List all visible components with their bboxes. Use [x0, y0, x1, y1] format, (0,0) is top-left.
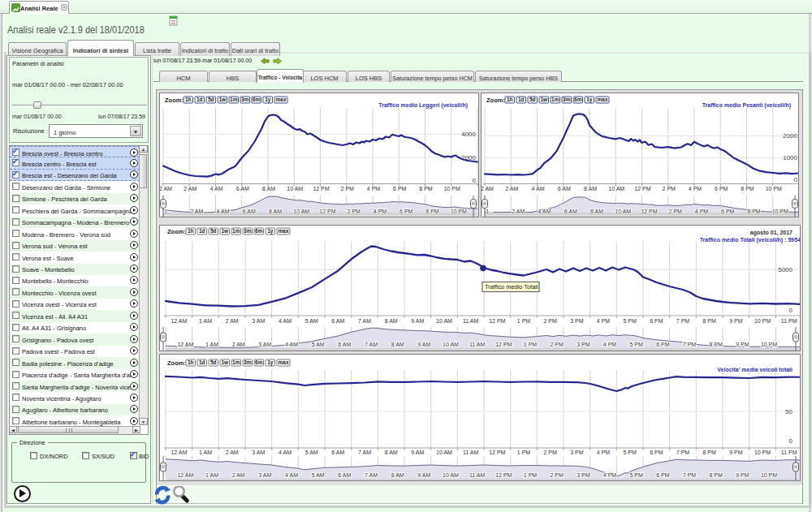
svg-text:2 AM: 2 AM [232, 342, 245, 347]
svg-text:6 PM: 6 PM [656, 472, 670, 478]
svg-text:8 AM: 8 AM [391, 342, 404, 347]
svg-text:8 AM: 8 AM [584, 186, 597, 191]
svg-text:12 PM: 12 PM [319, 209, 335, 214]
svg-text:12 AM: 12 AM [177, 472, 193, 478]
svg-text:8 AM: 8 AM [385, 450, 398, 455]
svg-text:6 AM: 6 AM [564, 209, 577, 214]
svg-text:5 PM: 5 PM [623, 318, 637, 324]
svg-text:1w: 1w [540, 97, 548, 102]
svg-text:12 AM: 12 AM [482, 186, 494, 191]
svg-text:6 PM: 6 PM [650, 450, 663, 455]
svg-text:10 PM: 10 PM [754, 318, 771, 324]
svg-text:2 AM: 2 AM [226, 318, 239, 324]
svg-text:1y: 1y [267, 359, 274, 366]
svg-text:2 AM: 2 AM [512, 209, 525, 214]
svg-text:3 PM: 3 PM [570, 318, 584, 324]
svg-text:11 AM: 11 AM [469, 472, 485, 478]
svg-text:9 AM: 9 AM [411, 450, 424, 455]
svg-text:1000: 1000 [783, 154, 797, 161]
svg-text:Zoom:: Zoom: [167, 228, 186, 235]
svg-text:10 PM: 10 PM [754, 450, 771, 455]
svg-text:7 AM: 7 AM [365, 472, 378, 478]
svg-text:1d: 1d [197, 97, 203, 102]
svg-text:5 AM: 5 AM [305, 318, 318, 324]
svg-text:10 AM: 10 AM [443, 342, 459, 347]
svg-text:10 PM: 10 PM [444, 186, 460, 191]
svg-text:8 PM: 8 PM [709, 342, 723, 347]
svg-text:8 AM: 8 AM [590, 209, 603, 214]
svg-text:1d: 1d [518, 97, 525, 102]
svg-text:5 PM: 5 PM [629, 342, 643, 347]
svg-text:4 AM: 4 AM [210, 186, 223, 191]
svg-text:max: max [275, 97, 286, 102]
svg-text:3 PM: 3 PM [570, 450, 584, 455]
svg-text:4 AM: 4 AM [532, 186, 545, 191]
svg-text:4 AM: 4 AM [279, 450, 292, 455]
svg-text:10 AM: 10 AM [443, 472, 459, 478]
svg-text:2 PM: 2 PM [550, 472, 564, 478]
svg-text:6m: 6m [574, 97, 582, 102]
svg-text:1 AM: 1 AM [205, 342, 218, 347]
svg-text:9 AM: 9 AM [417, 472, 430, 478]
svg-text:10 AM: 10 AM [287, 186, 303, 191]
svg-text:Traffico medio Totali (veicoli: Traffico medio Totali (veicoli/h) : 5954 [700, 237, 801, 243]
svg-text:4 PM: 4 PM [603, 472, 617, 478]
svg-text:9 PM: 9 PM [736, 342, 749, 347]
svg-text:6m: 6m [255, 359, 263, 365]
svg-text:6m: 6m [253, 97, 261, 102]
svg-text:3 PM: 3 PM [577, 472, 590, 478]
svg-text:9 PM: 9 PM [736, 472, 749, 478]
svg-text:7 PM: 7 PM [683, 342, 697, 347]
svg-text:6 PM: 6 PM [715, 186, 728, 191]
svg-text:8 PM: 8 PM [709, 472, 723, 478]
svg-text:6 PM: 6 PM [400, 209, 413, 214]
svg-text:3 AM: 3 AM [252, 318, 265, 324]
svg-text:2 PM: 2 PM [543, 450, 557, 455]
svg-text:1 PM: 1 PM [524, 472, 538, 478]
svg-text:1...: 1... [486, 209, 494, 214]
svg-text:10 AM: 10 AM [436, 318, 452, 324]
svg-text:7 PM: 7 PM [676, 318, 690, 324]
svg-text:0: 0 [789, 437, 793, 445]
svg-text:2 AM: 2 AM [226, 450, 239, 455]
svg-text:11 AM: 11 AM [463, 450, 478, 455]
svg-text:5d: 5d [208, 97, 214, 102]
svg-text:4 AM: 4 AM [279, 318, 292, 324]
svg-text:5 PM: 5 PM [623, 450, 637, 455]
svg-text:8 AM: 8 AM [385, 318, 398, 324]
svg-text:12 AM: 12 AM [177, 342, 193, 347]
svg-text:2 PM: 2 PM [543, 318, 557, 324]
svg-text:1y: 1y [586, 97, 593, 103]
svg-text:10 AM: 10 AM [293, 209, 309, 214]
svg-text:1 PM: 1 PM [517, 318, 531, 324]
svg-text:12 PM: 12 PM [495, 472, 512, 478]
svg-text:Traffico medio Pesanti (veicol: Traffico medio Pesanti (veicoli/h) [702, 102, 791, 109]
svg-text:3 PM: 3 PM [577, 342, 590, 347]
svg-text:4 AM: 4 AM [538, 209, 551, 214]
svg-text:max: max [278, 228, 288, 234]
svg-text:Traffico medio Leggeri (veicol: Traffico medio Leggeri (veicoli/h) [378, 102, 468, 109]
svg-text:1 AM: 1 AM [199, 450, 212, 455]
svg-text:5d: 5d [210, 228, 217, 234]
svg-text:9 AM: 9 AM [411, 318, 424, 324]
svg-text:8 PM: 8 PM [425, 209, 439, 214]
svg-text:2 AM: 2 AM [190, 209, 203, 214]
svg-text:max: max [278, 359, 288, 365]
svg-text:1h: 1h [188, 359, 194, 365]
svg-text:5 AM: 5 AM [312, 342, 325, 347]
svg-text:1h: 1h [507, 97, 513, 102]
svg-text:12 AM: 12 AM [171, 450, 187, 455]
svg-text:agosto 01, 2017: agosto 01, 2017 [750, 230, 793, 236]
svg-text:3m: 3m [563, 97, 571, 102]
svg-text:12 PM: 12 PM [634, 186, 650, 191]
svg-text:10 PM: 10 PM [761, 472, 777, 478]
svg-text:3 AM: 3 AM [258, 342, 271, 347]
svg-text:Zoom:: Zoom: [165, 97, 184, 104]
svg-text:6 AM: 6 AM [338, 342, 351, 347]
svg-text:6m: 6m [255, 228, 263, 234]
svg-text:12 PM: 12 PM [489, 450, 505, 455]
svg-text:10 AM: 10 AM [615, 209, 631, 214]
svg-text:3m: 3m [244, 228, 252, 234]
svg-text:1 AM: 1 AM [199, 318, 212, 324]
svg-text:1m: 1m [230, 97, 238, 102]
